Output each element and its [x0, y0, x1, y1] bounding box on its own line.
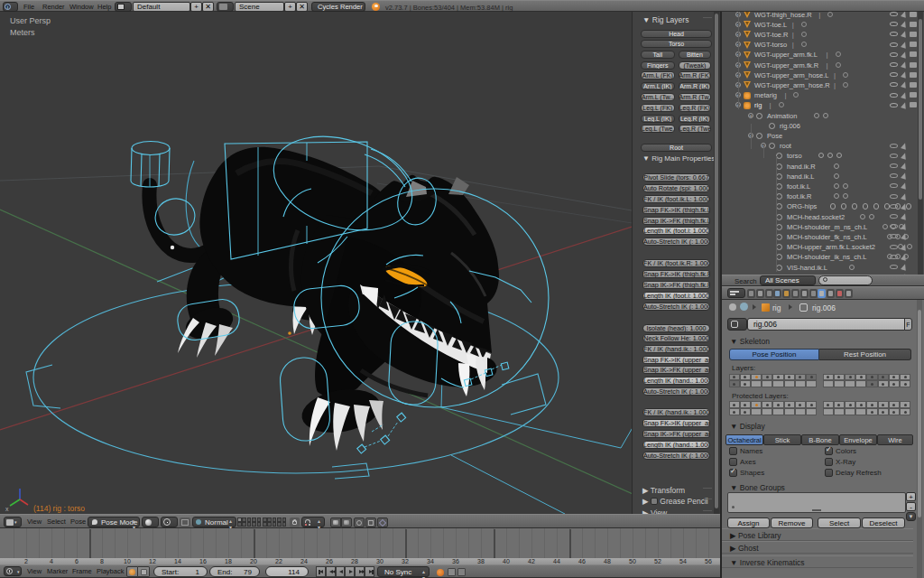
svg-text:Meters: Meters — [10, 28, 35, 37]
svg-text:(114) rig : torso: (114) rig : torso — [33, 504, 85, 513]
svg-text:User Persp: User Persp — [10, 16, 51, 25]
svg-text:x: x — [5, 506, 9, 512]
